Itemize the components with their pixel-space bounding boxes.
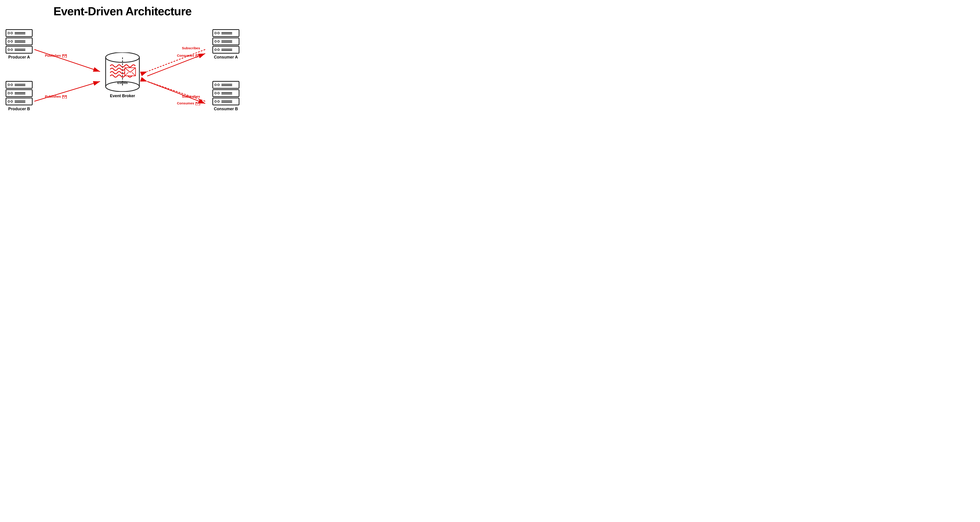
producer-a: Producer A: [6, 29, 33, 60]
producer-a-label: Producer A: [6, 55, 33, 60]
event-broker: Events Event Broker: [103, 53, 142, 98]
svg-line-4: [34, 81, 100, 101]
consumer-a: Consumer A: [212, 29, 239, 60]
broker-label: Event Broker: [110, 94, 135, 98]
consumer-b: Consumer B: [212, 81, 239, 112]
publishes-b-label: Publishes: [45, 94, 67, 99]
producer-b-label: Producer B: [6, 107, 33, 112]
broker-cylinder-svg: Events: [103, 53, 142, 92]
diagram-container: Producer A Producer B Consum: [1, 20, 244, 131]
producer-b: Producer B: [6, 81, 33, 112]
svg-text:Events: Events: [117, 81, 128, 85]
consumes-a-label: Consumes: [177, 54, 200, 57]
svg-line-3: [34, 49, 100, 72]
svg-line-8: [147, 81, 205, 104]
consumes-b-label: Consumes: [177, 101, 200, 105]
subscribes-b-label: Subscribes: [182, 94, 200, 98]
subscribes-a-label: Subscribes: [182, 46, 200, 50]
page-title: Event-Driven Architecture: [54, 5, 192, 18]
publishes-a-label: Publishes: [45, 54, 67, 57]
consumer-a-label: Consumer A: [212, 55, 239, 60]
svg-line-5: [147, 49, 205, 72]
consumer-b-label: Consumer B: [212, 107, 239, 112]
